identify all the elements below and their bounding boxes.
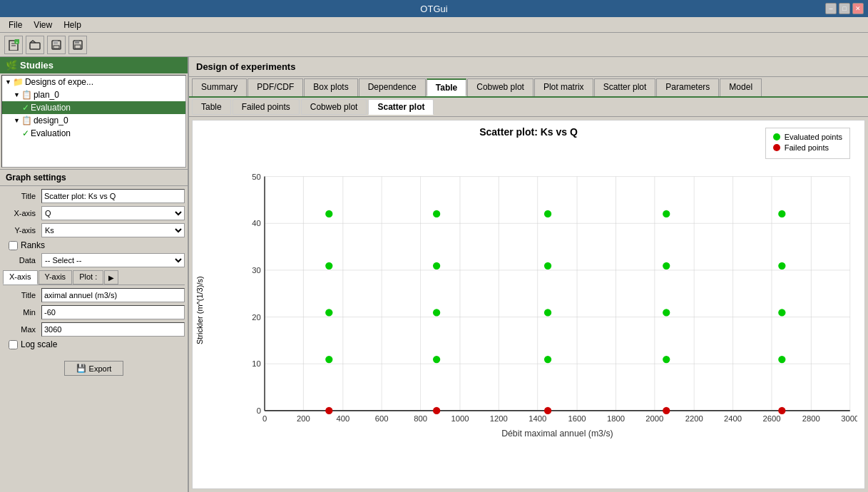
svg-rect-8 [53, 46, 59, 48]
y-axis-label: Strickler (m^(1/3)/s) [193, 140, 207, 480]
max-input[interactable] [41, 322, 185, 337]
failed-point [544, 407, 551, 414]
svg-text:200: 200 [297, 414, 310, 423]
min-input[interactable] [41, 305, 185, 319]
menu-view[interactable]: View [28, 19, 58, 31]
tree-design0-label: design_0 [34, 116, 68, 125]
svg-text:3000: 3000 [841, 414, 857, 423]
sub-tab-yaxis[interactable]: Y-axis [39, 270, 73, 285]
tree-check-icon0: ✓ [22, 103, 29, 113]
chart-svg: 0 10 20 30 40 50 0 200 400 600 800 1000 [235, 143, 857, 458]
tab-boxplots[interactable]: Box plots [304, 78, 357, 96]
tab-scatterplot[interactable]: Scatter plot [594, 78, 656, 96]
tree-item-design0[interactable]: ▼ 📋 design_0 [2, 114, 185, 127]
eval-point [663, 356, 670, 363]
yaxis-select[interactable]: Ks [41, 223, 185, 237]
svg-text:1000: 1000 [451, 414, 469, 423]
logscale-checkbox[interactable] [9, 340, 18, 349]
more-tabs-button[interactable]: ▶ [104, 270, 118, 285]
svg-text:800: 800 [414, 414, 427, 423]
eval-point [663, 309, 670, 316]
eval-point [325, 309, 332, 316]
svg-text:20: 20 [252, 313, 261, 322]
xaxis-row: X-axis Q [3, 206, 185, 220]
tree-plan0-icon: 📋 [21, 90, 32, 100]
studies-header: 🌿 Studies [0, 57, 188, 73]
tree-folder-icon: 📁 [13, 77, 24, 87]
eval-point [544, 309, 551, 316]
tab-pdfcdf[interactable]: PDF/CDF [247, 78, 303, 96]
eval-point [778, 356, 785, 363]
svg-text:10: 10 [252, 359, 261, 368]
svg-text:2200: 2200 [685, 414, 703, 423]
save-button[interactable] [68, 36, 87, 54]
sub-tab-cobweb[interactable]: Cobweb plot [301, 99, 367, 115]
close-button[interactable]: ✕ [852, 3, 864, 14]
eval-point [544, 356, 551, 363]
ranks-checkbox[interactable] [9, 241, 18, 250]
tab-parameters[interactable]: Parameters [656, 78, 719, 96]
svg-text:600: 600 [375, 414, 389, 423]
tab-cobweb[interactable]: Cobweb plot [467, 78, 533, 96]
export-icon: 💾 [76, 364, 86, 373]
tab-dependence[interactable]: Dependence [359, 78, 426, 96]
svg-text:1800: 1800 [607, 414, 625, 423]
maximize-button[interactable]: □ [839, 3, 850, 14]
menu-help[interactable]: Help [58, 19, 87, 31]
window-controls[interactable]: – □ ✕ [825, 3, 864, 14]
titlebar: OTGui – □ ✕ [0, 0, 868, 17]
menubar: File View Help [0, 17, 868, 33]
max-row: Max [3, 322, 185, 337]
failed-point [325, 407, 332, 414]
failed-point [433, 407, 440, 414]
tree-item-designs[interactable]: ▼ 📁 Designs of expe... [2, 76, 185, 88]
studies-label: Studies [20, 60, 53, 71]
main-layout: 🌿 Studies ▼ 📁 Designs of expe... ▼ 📋 pla… [0, 57, 868, 492]
tree-area[interactable]: ▼ 📁 Designs of expe... ▼ 📋 plan_0 ✓ Eval… [1, 75, 186, 168]
sub-tab-table[interactable]: Table [192, 99, 231, 115]
title-input[interactable] [41, 189, 185, 203]
tab-table[interactable]: Table [427, 78, 466, 96]
sub-tab-scatter[interactable]: Scatter plot [368, 99, 434, 115]
data-label: Data [3, 256, 39, 265]
open-button[interactable] [26, 36, 44, 54]
svg-text:1600: 1600 [568, 414, 586, 423]
tab-plotmatrix[interactable]: Plot matrix [534, 78, 593, 96]
studies-icon: 🌿 [6, 60, 17, 71]
tab-model[interactable]: Model [720, 78, 762, 96]
sub-tab-plot[interactable]: Plot : [73, 270, 103, 285]
save-as-button[interactable] [47, 36, 66, 54]
tab-summary[interactable]: Summary [192, 78, 247, 96]
svg-text:+: + [16, 39, 19, 43]
title2-input[interactable] [41, 288, 185, 302]
data-row: Data -- Select -- [3, 253, 185, 267]
tree-item-evaluation1[interactable]: ✓ Evaluation [2, 127, 185, 140]
xaxis-select[interactable]: Q [41, 206, 185, 220]
min-label: Min [3, 308, 39, 317]
tree-item-plan0[interactable]: ▼ 📋 plan_0 [2, 88, 185, 101]
minimize-button[interactable]: – [825, 3, 837, 14]
eval-point [663, 262, 670, 270]
graph-settings-content: Title X-axis Q Y-axis Ks R [0, 186, 188, 355]
sub-tab-failed[interactable]: Failed points [233, 99, 300, 115]
svg-text:2800: 2800 [802, 414, 820, 423]
tree-design0-icon: 📋 [21, 116, 32, 125]
yaxis-label: Y-axis [3, 226, 39, 235]
svg-text:1400: 1400 [529, 414, 546, 423]
failed-point [778, 407, 785, 414]
eval-point [325, 210, 332, 217]
new-icon: + [8, 39, 19, 51]
sub-tab-xaxis[interactable]: X-axis [3, 270, 38, 285]
svg-rect-11 [75, 45, 81, 48]
data-select[interactable]: -- Select -- [41, 253, 185, 267]
svg-text:40: 40 [252, 219, 261, 227]
tree-item-evaluation0[interactable]: ✓ Evaluation [2, 101, 185, 114]
export-button[interactable]: 💾 Export [64, 361, 124, 376]
svg-text:2600: 2600 [762, 414, 780, 423]
tree-plan0-label: plan_0 [34, 90, 59, 100]
eval-point [325, 356, 332, 363]
toolbar: + [0, 33, 868, 57]
menu-file[interactable]: File [3, 19, 28, 31]
new-button[interactable]: + [4, 36, 23, 54]
eval-point [433, 356, 440, 363]
